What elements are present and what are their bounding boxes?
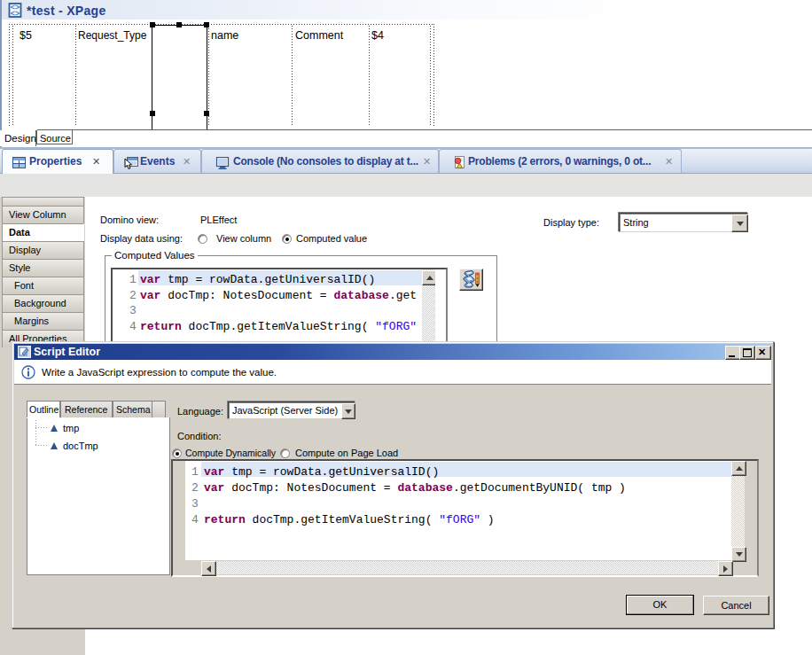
svg-text:<>: <> xyxy=(11,9,20,18)
